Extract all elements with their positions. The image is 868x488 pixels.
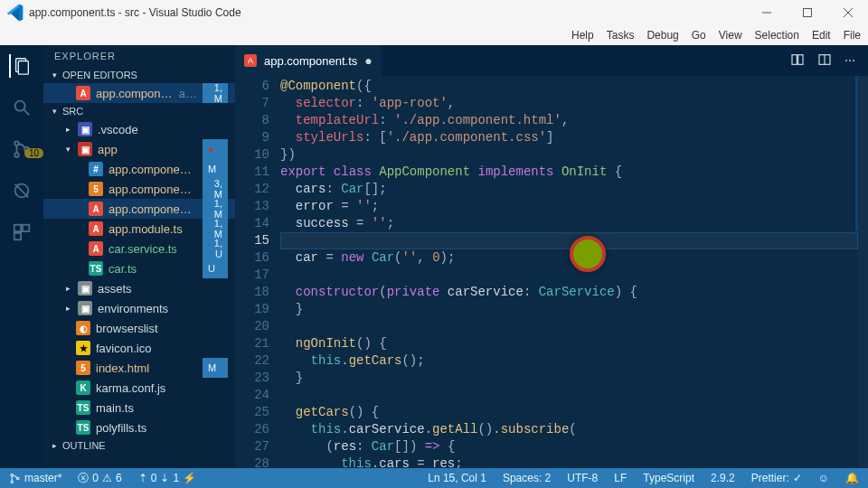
file-car-ts[interactable]: TS car.ts U <box>43 258 235 278</box>
svg-rect-17 <box>798 54 803 64</box>
git-flag: U <box>203 258 228 278</box>
chevron-right-icon: ▸ <box>63 284 72 293</box>
git-flag: 1, M <box>203 199 228 219</box>
editor-text[interactable]: @Component({ selector: 'app-root', templ… <box>280 76 858 468</box>
menu-tasks[interactable]: Tasks <box>607 29 635 42</box>
status-language[interactable]: TypeScript <box>639 472 698 484</box>
scm-badge: 10 <box>24 148 43 158</box>
status-bar: master* ⓧ0 ⚠6 ⇡0 ⇣1 ⚡ Ln 15, Col 1 Space… <box>0 468 868 488</box>
svg-line-7 <box>24 110 30 116</box>
status-git-branch[interactable]: master* <box>5 472 65 484</box>
file-car-service[interactable]: A car.service.ts 1, U <box>43 239 235 258</box>
file-app-component-ts[interactable]: A app.component.ts 1, M <box>43 199 235 219</box>
git-flag: M <box>203 159 228 179</box>
status-feedback-icon[interactable]: ☺ <box>815 472 833 484</box>
file-favicon[interactable]: ★ favicon.ico <box>43 338 235 358</box>
angular-file-icon: A <box>76 86 90 100</box>
open-editors-header[interactable]: ▾ OPEN EDITORS <box>43 67 235 83</box>
angular-file-icon: A <box>89 221 103 236</box>
editor-tabs: A app.component.ts ● ⋯ <box>235 45 868 76</box>
editor-view[interactable]: 6789101112131415161718192021222324252627… <box>235 76 868 468</box>
check-icon: ✓ <box>793 472 802 484</box>
menu-file[interactable]: File <box>844 29 861 42</box>
src-header[interactable]: ▾ SRC <box>43 103 235 119</box>
warning-icon: ⚠ <box>102 472 112 484</box>
compare-icon[interactable] <box>790 52 805 70</box>
file-app-component-css[interactable]: # app.component.css M <box>43 159 235 179</box>
vertical-scrollbar[interactable] <box>858 76 868 468</box>
angular-file-icon: A <box>89 241 103 256</box>
status-info[interactable]: ⇡0 ⇣1 ⚡ <box>135 472 200 484</box>
svg-point-8 <box>14 141 19 145</box>
file-label: main.ts <box>96 401 228 415</box>
status-eol[interactable]: LF <box>610 472 630 484</box>
folder-icon: ▣ <box>78 301 92 315</box>
status-prettier[interactable]: Prettier: ✓ <box>748 472 806 484</box>
window-titlebar: app.component.ts - src - Visual Studio C… <box>0 0 868 25</box>
svg-rect-5 <box>18 61 28 75</box>
menu-bar: Help Tasks Debug Go View Selection Edit … <box>0 25 868 45</box>
menu-debug[interactable]: Debug <box>646 29 678 42</box>
folder-label: assets <box>98 282 228 296</box>
status-indent[interactable]: Spaces: 2 <box>499 472 554 484</box>
minimize-button[interactable] <box>746 0 787 25</box>
source-control-activity-icon[interactable]: 10 <box>10 137 33 161</box>
menu-help[interactable]: Help <box>571 29 594 42</box>
active-line-highlight <box>280 232 858 249</box>
file-browserslist[interactable]: ◐ browserslist <box>43 318 235 338</box>
file-karma[interactable]: K karma.conf.js <box>43 378 235 398</box>
angular-file-icon: A <box>244 54 257 67</box>
karma-file-icon: K <box>76 380 90 395</box>
folder-assets[interactable]: ▸ ▣ assets <box>43 278 235 298</box>
status-cursor-pos[interactable]: Ln 15, Col 1 <box>424 472 490 484</box>
window-title: app.component.ts - src - Visual Studio C… <box>29 6 241 19</box>
outline-header[interactable]: ▸ OUTLINE <box>43 437 235 454</box>
search-activity-icon[interactable] <box>10 96 33 119</box>
debug-activity-icon[interactable] <box>10 179 33 202</box>
dirty-indicator: ● <box>203 139 228 159</box>
menu-view[interactable]: View <box>719 29 742 42</box>
extensions-activity-icon[interactable] <box>10 221 33 244</box>
file-app-module[interactable]: A app.module.ts 1, M <box>43 219 235 239</box>
chevron-right-icon: ▸ <box>63 304 72 313</box>
git-flag: 1, M <box>203 219 228 239</box>
folder-vscode[interactable]: ▸ ▣ .vscode <box>43 119 235 139</box>
status-ts-version[interactable]: 2.9.2 <box>707 472 739 484</box>
folder-label: .vscode <box>98 123 228 136</box>
cursor-highlight-marker <box>570 236 606 272</box>
ts-file-icon: TS <box>76 420 90 435</box>
chevron-down-icon: ▾ <box>52 70 57 80</box>
more-icon[interactable]: ⋯ <box>844 54 857 67</box>
explorer-activity-icon[interactable] <box>9 54 33 78</box>
svg-point-6 <box>15 101 25 111</box>
file-label: polyfills.ts <box>96 421 228 435</box>
file-polyfills[interactable]: TS polyfills.ts <box>43 418 235 437</box>
file-label: karma.conf.js <box>96 381 228 395</box>
close-window-button[interactable] <box>827 0 868 25</box>
status-encoding[interactable]: UTF-8 <box>563 472 601 484</box>
git-flag: M <box>203 358 228 378</box>
file-app-component-html[interactable]: 5 app.component.ht… 3, M <box>43 179 235 199</box>
tab-app-component-ts[interactable]: A app.component.ts ● <box>235 45 382 76</box>
folder-open-icon: ▣ <box>78 142 92 156</box>
ts-file-icon: TS <box>89 261 103 276</box>
menu-go[interactable]: Go <box>692 29 706 42</box>
file-main-ts[interactable]: TS main.ts <box>43 398 235 418</box>
folder-app[interactable]: ▾ ▣ app ● <box>43 139 235 159</box>
file-index-html[interactable]: 5 index.html M <box>43 358 235 378</box>
menu-selection[interactable]: Selection <box>755 29 799 42</box>
file-label: browserslist <box>96 322 228 335</box>
status-bell-icon[interactable]: 🔔 <box>842 472 863 484</box>
file-label: app.component.css <box>108 163 197 176</box>
folder-environments[interactable]: ▸ ▣ environments <box>43 298 235 318</box>
css-file-icon: # <box>89 162 103 176</box>
status-problems[interactable]: ⓧ0 ⚠6 <box>74 471 125 486</box>
open-editor-item[interactable]: A app.component.ts a… 1, M <box>43 83 235 103</box>
maximize-button[interactable] <box>787 0 827 25</box>
svg-point-9 <box>14 153 19 157</box>
menu-edit[interactable]: Edit <box>812 29 831 42</box>
split-editor-icon[interactable] <box>817 52 832 70</box>
editor-group: A app.component.ts ● ⋯ 67891011121314151… <box>235 45 868 468</box>
vscode-icon <box>5 4 24 22</box>
file-label: car.service.ts <box>108 242 197 256</box>
